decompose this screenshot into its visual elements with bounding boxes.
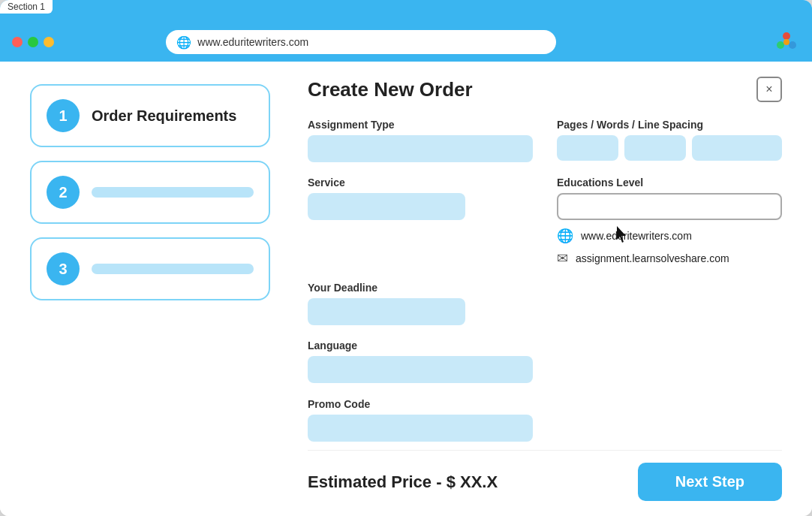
- modal-footer: Estimated Price - $ XX.X Next Step: [308, 450, 782, 501]
- sidebar: 1 Order Requirements 2 3: [0, 62, 293, 516]
- sidebar-step-1[interactable]: 1 Order Requirements: [30, 84, 270, 147]
- assignment-type-field[interactable]: [308, 135, 533, 162]
- browser-window: Section 1 🌐 www.eduritewriters.com 1: [0, 0, 812, 516]
- svg-point-3: [783, 39, 789, 45]
- words-field[interactable]: [624, 135, 686, 161]
- info-link-email: ✉ assignment.learnsolveshare.com: [557, 250, 782, 267]
- assignment-type-group: Assignment Type: [308, 119, 533, 163]
- pages-field[interactable]: [557, 135, 618, 161]
- pages-words-label: Pages / Words / Line Spacing: [557, 119, 782, 131]
- logo-icon: [773, 29, 800, 56]
- email-link-icon: ✉: [557, 250, 568, 267]
- svg-point-2: [789, 41, 796, 49]
- browser-chrome: 🌐 www.eduritewriters.com: [0, 23, 812, 62]
- close-button[interactable]: ×: [756, 77, 782, 102]
- service-label: Service: [308, 177, 533, 189]
- promo-code-label: Promo Code: [308, 398, 533, 410]
- deadline-group: Your Deadline: [308, 282, 533, 326]
- close-traffic-light[interactable]: [12, 37, 23, 47]
- education-level-input[interactable]: [557, 193, 782, 220]
- step-3-circle: 3: [47, 252, 80, 285]
- deadline-label: Your Deadline: [308, 282, 533, 294]
- estimated-price: Estimated Price - $ XX.X: [308, 472, 498, 492]
- service-group: Service: [308, 177, 533, 267]
- browser-body: 1 Order Requirements 2 3: [0, 62, 812, 516]
- svg-point-1: [777, 41, 784, 49]
- line-spacing-field[interactable]: [692, 135, 782, 161]
- spacer: [557, 282, 782, 326]
- globe-link-icon: 🌐: [557, 228, 573, 244]
- minimize-traffic-light[interactable]: [28, 37, 38, 47]
- step-2-placeholder: [92, 187, 254, 198]
- assignment-type-label: Assignment Type: [308, 119, 533, 131]
- svg-point-0: [783, 32, 790, 40]
- education-level-group: Educations Level 🌐: [557, 177, 782, 267]
- sidebar-step-2[interactable]: 2: [30, 161, 270, 224]
- traffic-lights: [12, 37, 54, 47]
- modal-title: Create New Order: [308, 78, 473, 101]
- email-link-text[interactable]: assignment.learnsolveshare.com: [576, 252, 729, 264]
- language-field[interactable]: [308, 356, 533, 383]
- step-1-circle: 1: [47, 99, 80, 132]
- modal-header: Create New Order ×: [308, 77, 782, 102]
- info-links: 🌐 www.eduritewriters.com ✉ assignment.le…: [557, 228, 782, 267]
- education-level-label: Educations Level: [557, 177, 782, 189]
- section-tab: Section 1: [0, 0, 53, 14]
- main-content: Create New Order × Assignment Type Pages…: [293, 62, 812, 516]
- service-field[interactable]: [308, 193, 465, 220]
- globe-icon: 🌐: [176, 35, 191, 50]
- step-1-label: Order Requirements: [92, 107, 236, 125]
- promo-code-field[interactable]: [308, 415, 533, 442]
- pages-row: [557, 135, 782, 161]
- language-group: Language: [308, 339, 533, 384]
- info-link-website: 🌐 www.eduritewriters.com: [557, 228, 782, 244]
- promo-code-group: Promo Code: [308, 398, 533, 442]
- pages-words-group: Pages / Words / Line Spacing: [557, 119, 782, 163]
- sidebar-step-3[interactable]: 3: [30, 237, 270, 300]
- form-grid: Assignment Type Pages / Words / Line Spa…: [308, 119, 782, 442]
- language-label: Language: [308, 339, 533, 352]
- website-link-text[interactable]: www.eduritewriters.com: [581, 230, 692, 242]
- step-2-circle: 2: [47, 176, 80, 209]
- deadline-field[interactable]: [308, 298, 465, 325]
- step-3-placeholder: [92, 264, 254, 274]
- address-bar[interactable]: 🌐 www.eduritewriters.com: [166, 30, 556, 54]
- title-bar: Section 1: [0, 0, 812, 23]
- next-step-button[interactable]: Next Step: [638, 463, 782, 501]
- address-text: www.eduritewriters.com: [197, 36, 308, 48]
- maximize-traffic-light[interactable]: [44, 37, 54, 47]
- spacer2: [557, 339, 782, 384]
